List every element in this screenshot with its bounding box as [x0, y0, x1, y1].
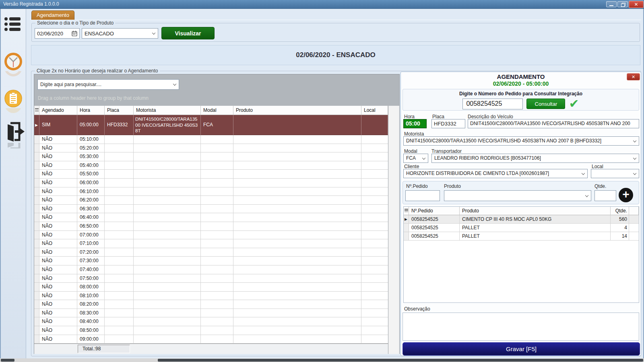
date-input[interactable]: 02/06/2020 [35, 28, 80, 39]
col-modal[interactable]: Modal [201, 106, 233, 115]
close-window-button[interactable]: ✕ [629, 1, 644, 8]
close-panel-button[interactable]: ✕ [627, 73, 640, 80]
schedule-row[interactable]: NÃO 07:20:00 [34, 248, 388, 257]
col-placa[interactable]: Placa [105, 106, 134, 115]
transportador-select[interactable]: LEANDRO RIBEIRO RODRIGUES [B053477106] [431, 154, 639, 163]
schedule-row[interactable]: NÃO 06:30:00 [34, 205, 388, 214]
order-row[interactable]: ▶ 0058254525 CIMENTO CP III 40 RS MOC AP… [404, 215, 639, 224]
schedule-row[interactable]: NÃO 05:40:00 [34, 161, 388, 170]
col-motorista[interactable]: Motorista [134, 106, 201, 115]
schedule-row[interactable]: NÃO 07:10:00 [34, 239, 388, 248]
local-select[interactable] [591, 169, 639, 178]
schedule-clock-button[interactable] [4, 52, 23, 72]
schedule-row[interactable]: NÃO 08:30:00 [34, 309, 388, 318]
scrollbar-segment[interactable] [1, 359, 14, 362]
grid-vertical-scrollbar[interactable] [388, 106, 399, 354]
cliente-select[interactable]: HORIZONTE DISTRIBUIDORA DE CIMENTO LTDA … [403, 169, 588, 178]
qtde-entry-label: Qtde. [594, 183, 606, 189]
schedule-row[interactable]: NÃO 08:50:00 [34, 326, 388, 335]
menu-icon-reflection [4, 34, 22, 39]
tab-agendamento[interactable]: Agendamento [31, 10, 74, 20]
col-produto[interactable]: Produto [460, 207, 611, 215]
cell-local [361, 115, 388, 135]
schedule-row[interactable]: NÃO 05:20:00 [34, 144, 388, 153]
group-by-hint: Drag a column header here to group by th… [38, 95, 149, 101]
schedule-row[interactable]: NÃO 08:10:00 [34, 292, 388, 300]
scrollbar-thumb[interactable] [158, 359, 643, 362]
menu-button[interactable] [4, 17, 22, 33]
produto-select[interactable] [444, 190, 591, 201]
col-qtde[interactable]: Qtde. [611, 207, 629, 215]
schedule-row[interactable]: NÃO 06:00:00 [34, 179, 388, 187]
col-agendado[interactable]: Agendado [39, 106, 77, 115]
schedule-row[interactable]: NÃO 05:10:00 [34, 135, 388, 144]
chevron-down-icon [585, 193, 588, 197]
order-row[interactable]: 0058254525 PALLET 4 [404, 224, 639, 232]
column-chooser-icon[interactable] [34, 106, 39, 115]
restore-button[interactable] [617, 1, 628, 7]
schedule-row[interactable]: NÃO 07:50:00 [34, 274, 388, 283]
schedule-row[interactable]: NÃO 07:40:00 [34, 265, 388, 274]
consultar-button[interactable]: Consultar [526, 99, 565, 109]
minimize-button[interactable] [606, 1, 617, 7]
cell-modal: FCA [201, 115, 233, 135]
local-label: Local [592, 164, 603, 169]
schedule-row[interactable]: NÃO 06:10:00 [34, 187, 388, 196]
schedule-header-row: Agendado Hora Placa Motorista Modal Prod… [34, 106, 388, 115]
minimize-icon [609, 5, 613, 6]
pedido-input[interactable] [405, 190, 440, 201]
agenda-clipboard-button[interactable] [4, 89, 23, 109]
add-item-button[interactable]: + [619, 188, 633, 202]
product-type-value: ENSACADO [85, 31, 114, 37]
observacao-label: Observação [404, 306, 430, 312]
observacao-textarea[interactable] [402, 313, 639, 341]
hora-field[interactable]: 05:00 [403, 119, 427, 128]
chevron-down-icon [422, 156, 425, 159]
visualizar-button[interactable]: Visualizar [161, 27, 215, 39]
banner-text: 02/06/2020 - ENSACADO [296, 51, 375, 59]
schedule-row[interactable]: NÃO 08:40:00 [34, 317, 388, 326]
order-row[interactable]: 0058254525 PALLET 14 [404, 232, 639, 241]
clock-icon [4, 52, 23, 71]
close-icon: ✕ [634, 2, 638, 7]
chevron-down-icon [633, 156, 636, 159]
col-produto[interactable]: Produto [233, 106, 361, 115]
modal-value: FCA [406, 154, 416, 162]
modal-select[interactable]: FCA [403, 154, 428, 163]
horizontal-scrollbar[interactable] [0, 358, 644, 362]
order-number-input[interactable]: 0058254525 [462, 99, 523, 109]
window-titlebar: Versão Registrada 1.0.0.0 [0, 0, 644, 9]
col-local[interactable]: Local [361, 106, 388, 115]
schedule-selected-row[interactable]: ▶ SIM 05:00:00 HFD3332 DNIT41500/C28000/… [34, 115, 388, 135]
filter-groupbox: Selecione o dia e o Tipo de Produto 02/0… [31, 23, 640, 42]
exit-icon-reflection [4, 143, 25, 148]
search-placeholder: Digite aqui para pesquisar.... [40, 82, 101, 87]
transportador-value: LEANDRO RIBEIRO RODRIGUES [B053477106] [434, 154, 541, 162]
cliente-label: Cliente [404, 164, 419, 169]
clipboard-icon-reflection [4, 108, 23, 114]
order-entry-box: Nº.Pedido Produto Qtde. + [402, 181, 639, 204]
schedule-row[interactable]: NÃO 06:40:00 [34, 213, 388, 222]
placa-field[interactable]: HFD3332 [431, 119, 465, 128]
schedule-row[interactable]: NÃO 07:00:00 [34, 231, 388, 240]
schedule-row[interactable]: NÃO 05:50:00 [34, 170, 388, 179]
schedule-row[interactable]: NÃO 08:20:00 [34, 300, 388, 309]
product-type-select[interactable]: ENSACADO [82, 28, 158, 39]
motorista-select[interactable]: DNIT41500/C28000/TARA13500 IVECO/SATRLIS… [403, 136, 639, 146]
schedule-row[interactable]: NÃO 06:20:00 [34, 196, 388, 205]
schedule-row[interactable]: NÃO 07:30:00 [34, 257, 388, 265]
col-hora[interactable]: Hora [77, 106, 105, 115]
gravar-button[interactable]: Gravar [F5] [402, 342, 640, 356]
schedule-row[interactable]: NÃO 09:00:00 [34, 335, 388, 344]
schedule-row[interactable]: NÃO 08:00:00 [34, 283, 388, 292]
descricao-veiculo-field[interactable]: DNIT41500/C28000/TARA13500 IVECO/SATRLIS… [468, 119, 639, 128]
total-count: Total.:98 [78, 345, 130, 353]
qtde-input[interactable] [594, 190, 616, 201]
cell-motorista: DNIT41500/C28000/TARA13500 IVECO/SATRLIS… [134, 115, 201, 135]
exit-button[interactable] [4, 121, 25, 144]
schedule-row[interactable]: NÃO 05:30:00 [34, 152, 388, 161]
col-pedido[interactable]: Nº.Pedido [409, 207, 460, 215]
schedule-row[interactable]: NÃO 06:50:00 [34, 222, 388, 231]
column-chooser-icon[interactable] [404, 207, 409, 215]
search-input[interactable]: Digite aqui para pesquisar.... [37, 79, 179, 90]
